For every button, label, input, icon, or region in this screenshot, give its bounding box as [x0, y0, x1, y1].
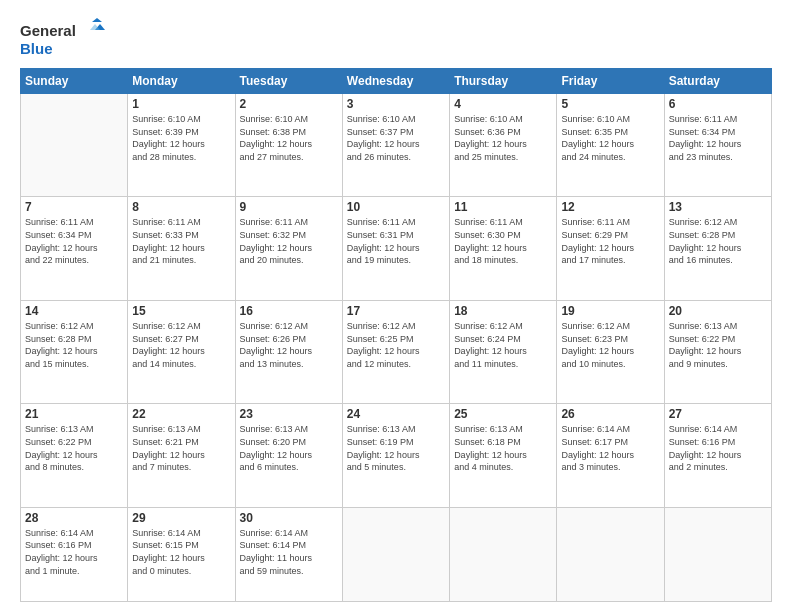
- day-number: 29: [132, 511, 230, 525]
- day-info: Sunrise: 6:11 AMSunset: 6:30 PMDaylight:…: [454, 216, 552, 266]
- day-info: Sunrise: 6:14 AMSunset: 6:16 PMDaylight:…: [669, 423, 767, 473]
- calendar-cell: 6Sunrise: 6:11 AMSunset: 6:34 PMDaylight…: [664, 94, 771, 197]
- calendar-cell: 14Sunrise: 6:12 AMSunset: 6:28 PMDayligh…: [21, 300, 128, 403]
- day-info: Sunrise: 6:14 AMSunset: 6:14 PMDaylight:…: [240, 527, 338, 577]
- calendar-cell: 2Sunrise: 6:10 AMSunset: 6:38 PMDaylight…: [235, 94, 342, 197]
- day-number: 19: [561, 304, 659, 318]
- day-number: 10: [347, 200, 445, 214]
- day-number: 20: [669, 304, 767, 318]
- day-info: Sunrise: 6:10 AMSunset: 6:37 PMDaylight:…: [347, 113, 445, 163]
- calendar-cell: 11Sunrise: 6:11 AMSunset: 6:30 PMDayligh…: [450, 197, 557, 300]
- day-number: 5: [561, 97, 659, 111]
- day-number: 24: [347, 407, 445, 421]
- day-info: Sunrise: 6:14 AMSunset: 6:16 PMDaylight:…: [25, 527, 123, 577]
- calendar-week-row: 21Sunrise: 6:13 AMSunset: 6:22 PMDayligh…: [21, 404, 772, 507]
- calendar-cell: 13Sunrise: 6:12 AMSunset: 6:28 PMDayligh…: [664, 197, 771, 300]
- calendar-week-row: 1Sunrise: 6:10 AMSunset: 6:39 PMDaylight…: [21, 94, 772, 197]
- calendar-dow-thursday: Thursday: [450, 69, 557, 94]
- calendar-cell: 5Sunrise: 6:10 AMSunset: 6:35 PMDaylight…: [557, 94, 664, 197]
- day-info: Sunrise: 6:13 AMSunset: 6:22 PMDaylight:…: [669, 320, 767, 370]
- day-info: Sunrise: 6:10 AMSunset: 6:35 PMDaylight:…: [561, 113, 659, 163]
- calendar-cell: [342, 507, 449, 601]
- day-info: Sunrise: 6:12 AMSunset: 6:28 PMDaylight:…: [25, 320, 123, 370]
- calendar-cell: 7Sunrise: 6:11 AMSunset: 6:34 PMDaylight…: [21, 197, 128, 300]
- calendar-cell: 16Sunrise: 6:12 AMSunset: 6:26 PMDayligh…: [235, 300, 342, 403]
- calendar-dow-saturday: Saturday: [664, 69, 771, 94]
- day-info: Sunrise: 6:10 AMSunset: 6:36 PMDaylight:…: [454, 113, 552, 163]
- day-info: Sunrise: 6:11 AMSunset: 6:34 PMDaylight:…: [669, 113, 767, 163]
- day-info: Sunrise: 6:13 AMSunset: 6:20 PMDaylight:…: [240, 423, 338, 473]
- day-info: Sunrise: 6:12 AMSunset: 6:23 PMDaylight:…: [561, 320, 659, 370]
- calendar-dow-tuesday: Tuesday: [235, 69, 342, 94]
- day-info: Sunrise: 6:11 AMSunset: 6:32 PMDaylight:…: [240, 216, 338, 266]
- day-number: 13: [669, 200, 767, 214]
- day-info: Sunrise: 6:12 AMSunset: 6:28 PMDaylight:…: [669, 216, 767, 266]
- day-info: Sunrise: 6:11 AMSunset: 6:31 PMDaylight:…: [347, 216, 445, 266]
- day-number: 22: [132, 407, 230, 421]
- day-info: Sunrise: 6:10 AMSunset: 6:39 PMDaylight:…: [132, 113, 230, 163]
- svg-text:General: General: [20, 22, 76, 39]
- day-info: Sunrise: 6:12 AMSunset: 6:25 PMDaylight:…: [347, 320, 445, 370]
- day-info: Sunrise: 6:10 AMSunset: 6:38 PMDaylight:…: [240, 113, 338, 163]
- calendar-table: SundayMondayTuesdayWednesdayThursdayFrid…: [20, 68, 772, 602]
- day-number: 9: [240, 200, 338, 214]
- calendar-cell: 12Sunrise: 6:11 AMSunset: 6:29 PMDayligh…: [557, 197, 664, 300]
- day-info: Sunrise: 6:13 AMSunset: 6:21 PMDaylight:…: [132, 423, 230, 473]
- day-number: 23: [240, 407, 338, 421]
- day-number: 3: [347, 97, 445, 111]
- calendar-cell: 18Sunrise: 6:12 AMSunset: 6:24 PMDayligh…: [450, 300, 557, 403]
- calendar-cell: 23Sunrise: 6:13 AMSunset: 6:20 PMDayligh…: [235, 404, 342, 507]
- day-number: 21: [25, 407, 123, 421]
- calendar-cell: 24Sunrise: 6:13 AMSunset: 6:19 PMDayligh…: [342, 404, 449, 507]
- calendar-week-row: 14Sunrise: 6:12 AMSunset: 6:28 PMDayligh…: [21, 300, 772, 403]
- day-number: 11: [454, 200, 552, 214]
- header: General Blue: [20, 18, 772, 60]
- calendar-cell: 17Sunrise: 6:12 AMSunset: 6:25 PMDayligh…: [342, 300, 449, 403]
- calendar-week-row: 28Sunrise: 6:14 AMSunset: 6:16 PMDayligh…: [21, 507, 772, 601]
- day-info: Sunrise: 6:12 AMSunset: 6:24 PMDaylight:…: [454, 320, 552, 370]
- svg-marker-2: [92, 18, 102, 22]
- day-info: Sunrise: 6:13 AMSunset: 6:18 PMDaylight:…: [454, 423, 552, 473]
- day-info: Sunrise: 6:13 AMSunset: 6:22 PMDaylight:…: [25, 423, 123, 473]
- day-info: Sunrise: 6:11 AMSunset: 6:34 PMDaylight:…: [25, 216, 123, 266]
- day-number: 25: [454, 407, 552, 421]
- day-number: 7: [25, 200, 123, 214]
- day-number: 12: [561, 200, 659, 214]
- calendar-cell: 9Sunrise: 6:11 AMSunset: 6:32 PMDaylight…: [235, 197, 342, 300]
- day-info: Sunrise: 6:14 AMSunset: 6:15 PMDaylight:…: [132, 527, 230, 577]
- calendar-cell: 26Sunrise: 6:14 AMSunset: 6:17 PMDayligh…: [557, 404, 664, 507]
- day-info: Sunrise: 6:12 AMSunset: 6:26 PMDaylight:…: [240, 320, 338, 370]
- day-number: 18: [454, 304, 552, 318]
- calendar-cell: 28Sunrise: 6:14 AMSunset: 6:16 PMDayligh…: [21, 507, 128, 601]
- calendar-cell: 30Sunrise: 6:14 AMSunset: 6:14 PMDayligh…: [235, 507, 342, 601]
- calendar-cell: [664, 507, 771, 601]
- day-info: Sunrise: 6:14 AMSunset: 6:17 PMDaylight:…: [561, 423, 659, 473]
- calendar-cell: [450, 507, 557, 601]
- day-number: 2: [240, 97, 338, 111]
- day-info: Sunrise: 6:11 AMSunset: 6:29 PMDaylight:…: [561, 216, 659, 266]
- day-number: 28: [25, 511, 123, 525]
- day-info: Sunrise: 6:13 AMSunset: 6:19 PMDaylight:…: [347, 423, 445, 473]
- day-number: 15: [132, 304, 230, 318]
- calendar-cell: 3Sunrise: 6:10 AMSunset: 6:37 PMDaylight…: [342, 94, 449, 197]
- day-number: 17: [347, 304, 445, 318]
- calendar-header-row: SundayMondayTuesdayWednesdayThursdayFrid…: [21, 69, 772, 94]
- calendar-cell: [21, 94, 128, 197]
- calendar-cell: 29Sunrise: 6:14 AMSunset: 6:15 PMDayligh…: [128, 507, 235, 601]
- day-info: Sunrise: 6:11 AMSunset: 6:33 PMDaylight:…: [132, 216, 230, 266]
- calendar-dow-monday: Monday: [128, 69, 235, 94]
- calendar-cell: 20Sunrise: 6:13 AMSunset: 6:22 PMDayligh…: [664, 300, 771, 403]
- calendar-dow-sunday: Sunday: [21, 69, 128, 94]
- day-number: 1: [132, 97, 230, 111]
- day-number: 27: [669, 407, 767, 421]
- calendar-cell: [557, 507, 664, 601]
- calendar-cell: 21Sunrise: 6:13 AMSunset: 6:22 PMDayligh…: [21, 404, 128, 507]
- calendar-dow-friday: Friday: [557, 69, 664, 94]
- calendar-cell: 19Sunrise: 6:12 AMSunset: 6:23 PMDayligh…: [557, 300, 664, 403]
- calendar-cell: 8Sunrise: 6:11 AMSunset: 6:33 PMDaylight…: [128, 197, 235, 300]
- day-number: 26: [561, 407, 659, 421]
- calendar-cell: 15Sunrise: 6:12 AMSunset: 6:27 PMDayligh…: [128, 300, 235, 403]
- calendar-cell: 25Sunrise: 6:13 AMSunset: 6:18 PMDayligh…: [450, 404, 557, 507]
- day-number: 16: [240, 304, 338, 318]
- logo-svg: General Blue: [20, 18, 110, 60]
